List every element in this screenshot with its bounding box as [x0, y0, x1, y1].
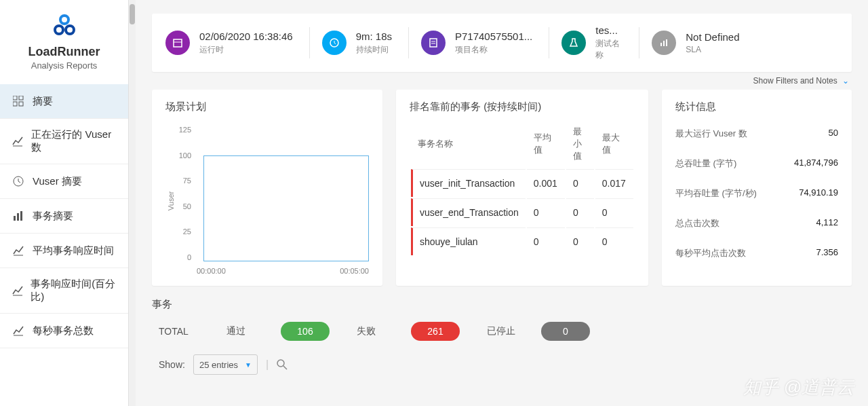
svg-rect-10: [20, 211, 22, 221]
search-icon[interactable]: [277, 359, 288, 370]
y-tick: 0: [165, 253, 191, 261]
clock-icon: [322, 31, 347, 55]
ranking-panel: 排名靠前的事务 (按持续时间) 事务名称 平均值 最小值 最大值 vuser_i…: [396, 90, 648, 286]
ranking-table: 事务名称 平均值 最小值 最大值 vuser_init_Transaction …: [410, 119, 635, 257]
flask-icon: [561, 31, 586, 55]
scroll-thumb[interactable]: [130, 4, 135, 24]
document-icon: [421, 31, 446, 55]
cell-min: 0: [566, 169, 594, 197]
stat-value: 41,874,796: [794, 158, 838, 170]
header-test: tes...测试名称: [561, 24, 623, 61]
table-row[interactable]: shouye_liulan 0 0 0: [411, 227, 633, 255]
header-sla: Not DefinedSLA: [652, 31, 739, 55]
line-chart-icon: [11, 283, 24, 298]
sla-label: SLA: [686, 45, 739, 54]
scenario-chart: Vuser 125 100 75 50 25 0 00:00:00 00:05:…: [165, 119, 369, 275]
nav-item-tx-per-sec[interactable]: 每秒事务总数: [0, 314, 128, 348]
col-header: 平均值: [527, 120, 565, 168]
brand-block: LoadRunner Analysis Reports: [0, 0, 128, 77]
nav-item-running-vuser[interactable]: 正在运行的 Vuser 数: [0, 119, 128, 164]
stop-label: 已停止: [487, 325, 528, 337]
stop-pill[interactable]: 0: [541, 322, 590, 341]
line-chart-icon: [11, 243, 26, 258]
cell-avg: 0: [527, 227, 565, 255]
duration-value: 9m: 18s: [356, 31, 392, 42]
header-separator: [309, 27, 310, 58]
svg-rect-3: [13, 96, 17, 100]
fail-pill[interactable]: 261: [411, 322, 460, 341]
chevron-down-icon: ⌄: [842, 76, 849, 86]
svg-rect-13: [430, 39, 437, 47]
stat-row: 最大运行 Vuser 数50: [675, 119, 838, 149]
svg-rect-11: [174, 39, 182, 47]
stat-key: 每秒平均点击次数: [675, 247, 746, 259]
svg-rect-4: [19, 96, 23, 100]
stat-value: 4,112: [816, 217, 838, 229]
nav-label: 事务摘要: [33, 210, 73, 223]
cell-min: 0: [566, 198, 594, 226]
svg-point-2: [66, 26, 74, 34]
transactions-section: 事务 TOTAL 通过 106 失败 261 已停止 0 Show:: [152, 298, 852, 375]
header-separator: [549, 27, 549, 58]
stats-title: 统计信息: [675, 100, 838, 113]
line-chart-icon: [11, 323, 26, 338]
scenario-panel: 场景计划 Vuser 125 100 75 50 25 0 00:00:00 0…: [152, 90, 382, 286]
test-label: 测试名称: [595, 38, 623, 61]
stat-key: 平均吞吐量 (字节/秒): [675, 187, 757, 200]
svg-rect-14: [660, 43, 662, 46]
header-separator: [639, 27, 639, 58]
project-value: P71740575501...: [455, 31, 532, 42]
nav-item-tx-summary[interactable]: 事务摘要: [0, 199, 128, 234]
nav-label: 正在运行的 Vuser 数: [31, 128, 117, 154]
col-header: 最大值: [595, 120, 633, 168]
stat-value: 74,910.19: [799, 187, 838, 200]
nav-item-summary[interactable]: 摘要: [0, 84, 128, 119]
bar-chart-icon: [11, 208, 26, 223]
entries-select[interactable]: 25 entries ▼: [193, 354, 258, 375]
cell-min: 0: [566, 227, 594, 255]
nav-item-response-percentile[interactable]: 事务响应时间(百分比): [0, 268, 128, 314]
test-value: tes...: [595, 24, 623, 36]
svg-rect-8: [14, 216, 16, 221]
filters-toggle[interactable]: Show Filters and Notes ⌄: [152, 72, 852, 86]
nav-item-avg-response[interactable]: 平均事务响应时间: [0, 234, 128, 268]
y-tick: 50: [165, 202, 191, 210]
stat-row: 每秒平均点击次数7.356: [675, 238, 838, 268]
fail-label: 失败: [357, 325, 397, 337]
dashboard-icon: [11, 94, 26, 109]
stat-row: 总点击次数4,112: [675, 208, 838, 238]
tx-title: 事务: [152, 298, 852, 311]
brand-logo-icon: [51, 14, 78, 38]
header-separator: [408, 27, 409, 58]
nav-label: 事务响应时间(百分比): [31, 278, 117, 303]
svg-point-1: [55, 26, 63, 34]
cell-name: shouye_liulan: [411, 227, 526, 255]
x-tick: 00:05:00: [340, 267, 369, 275]
y-tick: 25: [165, 227, 191, 236]
chart-plot-area: [203, 155, 369, 261]
cell-max: 0.017: [595, 169, 633, 197]
stat-key: 总吞吐量 (字节): [675, 158, 736, 170]
svg-point-0: [60, 16, 68, 24]
cell-max: 0: [595, 198, 633, 226]
line-chart-icon: [11, 134, 24, 149]
cell-name: vuser_end_Transaction: [411, 198, 526, 226]
runtime-label: 运行时: [199, 44, 293, 56]
project-label: 项目名称: [455, 44, 532, 56]
svg-rect-5: [13, 102, 17, 106]
pass-pill[interactable]: 106: [281, 322, 330, 341]
sidebar-scrollbar[interactable]: [129, 0, 136, 406]
nav-label: 摘要: [33, 95, 53, 108]
show-label: Show:: [159, 359, 185, 370]
table-row[interactable]: vuser_end_Transaction 0 0 0: [411, 198, 633, 226]
nav-item-vuser-summary[interactable]: Vuser 摘要: [0, 164, 128, 199]
svg-rect-16: [666, 39, 667, 46]
header-runtime: 02/06/2020 16:38:46运行时: [165, 31, 293, 56]
chart-icon: [652, 31, 676, 55]
sidebar: LoadRunner Analysis Reports 摘要 正在运行的 Vus…: [0, 0, 129, 406]
brand-subtitle: Analysis Reports: [0, 60, 128, 71]
table-row[interactable]: vuser_init_Transaction 0.001 0 0.017: [411, 169, 633, 197]
cell-max: 0: [595, 227, 633, 255]
y-axis-ticks: 125 100 75 50 25 0: [165, 126, 191, 261]
stat-row: 总吞吐量 (字节)41,874,796: [675, 149, 838, 179]
